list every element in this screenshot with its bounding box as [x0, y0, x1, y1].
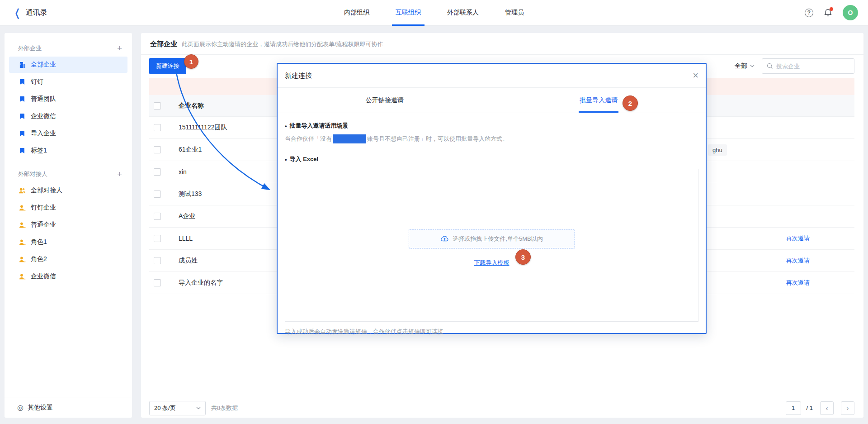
person-icon	[19, 221, 26, 229]
company-name: 成员姓	[179, 257, 198, 265]
gear-icon: ◎	[17, 404, 24, 411]
tab-public-link-invite[interactable]: 公开链接邀请	[278, 88, 492, 113]
modal-footer-note: 导入成功后会自动发送邀请短信，合作伙伴点击短信即可连接	[285, 328, 698, 336]
new-connection-button[interactable]: 新建连接	[149, 58, 186, 74]
prev-page-button[interactable]: ‹	[820, 401, 834, 415]
reinvite-link[interactable]: 再次邀请	[786, 257, 810, 265]
filter-dropdown[interactable]: 全部	[735, 62, 755, 70]
annotation-step-1: 1	[184, 54, 198, 69]
add-icon[interactable]: +	[117, 43, 122, 53]
scene-heading: • 批量导入邀请适用场景	[285, 122, 698, 130]
topbar: ❬ 通讯录 内部组织互联组织外部联系人管理员 ? O	[0, 0, 868, 26]
main-header: 全部企业 此页面展示你主动邀请的企业，邀请成功后给他们分配表单/流程权限即可协作	[141, 33, 863, 55]
row-checkbox[interactable]	[154, 279, 161, 286]
page-number-input[interactable]	[786, 401, 801, 415]
redacted-block	[333, 134, 366, 143]
tab-batch-import-invite[interactable]: 批量导入邀请	[492, 88, 706, 113]
close-icon[interactable]: ×	[693, 71, 698, 81]
add-icon[interactable]: +	[117, 169, 122, 179]
download-template-link[interactable]: 下载导入模板	[474, 259, 509, 267]
bookmark-icon	[19, 147, 26, 154]
sidebar-item[interactable]: 全部对接人	[9, 182, 127, 199]
page-total-label: / 1	[807, 405, 813, 411]
avatar[interactable]: O	[843, 5, 858, 20]
row-checkbox[interactable]	[154, 257, 161, 264]
row-checkbox[interactable]	[154, 146, 161, 153]
scene-description: 当合作伙伴「没有 账号且不想自己注册」时，可以使用批量导入的方式。	[285, 134, 698, 143]
annotation-step-2: 2	[623, 95, 638, 111]
sidebar-item[interactable]: 普通企业	[9, 217, 127, 233]
section-subtitle: 此页面展示你主动邀请的企业，邀请成功后给他们分配表单/流程权限即可协作	[182, 40, 383, 48]
sidebar-item-label: 普通企业	[31, 221, 56, 229]
search-box[interactable]	[762, 58, 854, 74]
sidebar-item[interactable]: 角色2	[9, 251, 127, 267]
row-checkbox[interactable]	[154, 168, 161, 176]
modal-header: 新建连接 ×	[278, 64, 706, 88]
top-tab-2[interactable]: 互联组织	[388, 0, 428, 26]
reinvite-link[interactable]: 再次邀请	[786, 279, 810, 287]
pagination-bar: 20 条/页 共8条数据 / 1 ‹ ›	[141, 398, 863, 418]
sidebar-item-label: 企业微信	[31, 272, 56, 281]
row-checkbox[interactable]	[154, 213, 161, 220]
sidebar-item-label: 全部企业	[31, 61, 56, 69]
top-tab-4[interactable]: 管理员	[498, 0, 531, 26]
back-chevron-icon: ❬	[14, 8, 21, 18]
sidebar-item-label: 企业微信	[31, 112, 56, 120]
row-checkbox[interactable]	[154, 124, 161, 131]
topbar-right: ? O	[805, 5, 868, 20]
notification-dot	[830, 7, 833, 11]
page-size-select[interactable]: 20 条/页	[149, 401, 206, 415]
company-name: LLLL	[179, 235, 193, 242]
upload-dropzone[interactable]: 选择或拖拽上传文件,单个5MB以内	[409, 229, 575, 248]
select-all-checkbox[interactable]	[154, 102, 161, 110]
new-connection-modal: 新建连接 × 公开链接邀请 批量导入邀请 • 批量导入邀请适用场景 当合作伙伴「…	[277, 63, 707, 334]
sidebar-item[interactable]: 企业微信	[9, 108, 127, 124]
company-name: 61企业1	[179, 146, 202, 154]
sidebar-item[interactable]: 普通团队	[9, 91, 127, 107]
sidebar-section-header: 外部对接人+	[5, 167, 132, 181]
company-name: xin	[179, 168, 187, 176]
modal-title: 新建连接	[285, 71, 312, 80]
sidebar-item-label: 角色2	[31, 255, 47, 263]
row-checkbox[interactable]	[154, 191, 161, 198]
person-icon	[19, 238, 26, 246]
modal-tabs: 公开链接邀请 批量导入邀请	[278, 88, 706, 113]
search-input[interactable]	[776, 63, 849, 70]
company-name: 测试133	[179, 190, 202, 198]
annotation-step-3: 3	[515, 249, 531, 265]
next-page-button[interactable]: ›	[841, 401, 854, 415]
company-tag: ghu	[708, 144, 727, 156]
reinvite-link[interactable]: 再次邀请	[786, 234, 810, 243]
other-settings-label: 其他设置	[28, 404, 53, 412]
notification-bell-icon[interactable]	[823, 8, 833, 18]
cloud-upload-icon	[440, 235, 449, 242]
sidebar-item[interactable]: 钉钉	[9, 74, 127, 90]
sidebar-item-label: 导入企业	[31, 129, 56, 138]
import-heading: • 导入 Excel	[285, 155, 698, 163]
sidebar-item-label: 钉钉	[31, 78, 43, 86]
help-icon[interactable]: ?	[805, 9, 813, 17]
chevron-down-icon	[196, 407, 201, 410]
import-area: 选择或拖拽上传文件,单个5MB以内 下载导入模板	[285, 169, 698, 322]
sidebar-item-other-settings[interactable]: ◎ 其他设置	[5, 397, 132, 418]
back-nav[interactable]: ❬ 通讯录	[0, 8, 47, 18]
total-count-label: 共8条数据	[211, 404, 238, 412]
sidebar-item-label: 标签1	[31, 147, 47, 155]
sidebar-item[interactable]: 全部企业	[9, 57, 127, 73]
sidebar-item[interactable]: 角色1	[9, 234, 127, 250]
top-tab-3[interactable]: 外部联系人	[440, 0, 486, 26]
section-title: 全部企业	[150, 40, 177, 48]
company-name: 导入企业的名字	[179, 279, 223, 287]
sidebar-item[interactable]: 标签1	[9, 143, 127, 159]
bookmark-icon	[19, 95, 26, 103]
row-checkbox[interactable]	[154, 235, 161, 242]
sidebar-item[interactable]: 钉钉企业	[9, 200, 127, 216]
sidebar-item[interactable]: 企业微信	[9, 268, 127, 285]
top-tab-1[interactable]: 内部组织	[337, 0, 377, 26]
company-name: 15111111122团队	[179, 124, 227, 132]
sidebar-item[interactable]: 导入企业	[9, 125, 127, 142]
sidebar-section-title: 外部企业	[18, 44, 42, 52]
person-icon	[19, 204, 26, 211]
bookmark-icon	[19, 78, 26, 86]
page-title: 通讯录	[26, 8, 47, 18]
